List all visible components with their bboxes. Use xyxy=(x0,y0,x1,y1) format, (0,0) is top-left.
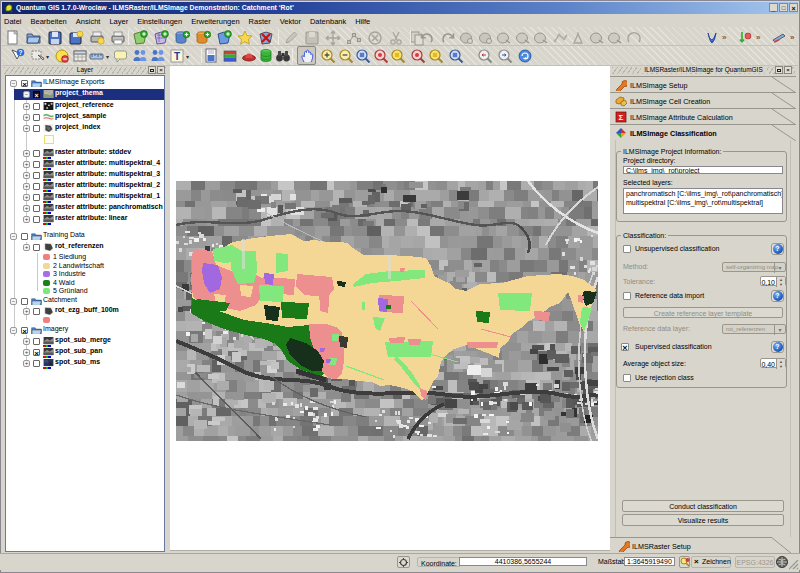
svg-text:T: T xyxy=(174,51,180,62)
svg-text:?: ? xyxy=(19,49,23,56)
svg-text:Σ: Σ xyxy=(619,113,624,122)
